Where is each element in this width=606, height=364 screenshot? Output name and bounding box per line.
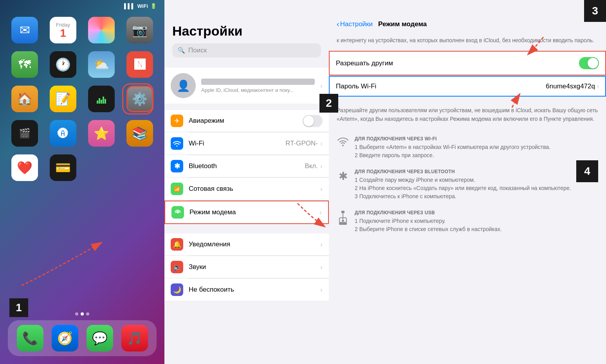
back-label: Настройки <box>340 20 373 28</box>
cellular-row[interactable]: 📶 Сотовая связь › <box>164 178 329 200</box>
hotspot-label: Режим модема <box>189 208 319 216</box>
usb-connection-info: ДЛЯ ПОДКЛЮЧЕНИЯ ЧЕРЕЗ USB 1 Подключите i… <box>355 210 502 233</box>
back-button[interactable]: ‹ Настройки <box>337 20 373 29</box>
profile-cell[interactable]: 👤 Apple ID, iCloud, медиаконтент и поку.… <box>164 68 329 104</box>
health-icon: ❤️ <box>11 154 38 181</box>
wifi-password-chevron: › <box>597 82 599 90</box>
bluetooth-connection-section: ✱ ДЛЯ ПОДКЛЮЧЕНИЯ ЧЕРЕЗ BLUETOOTH 1 Созд… <box>329 164 606 205</box>
profile-avatar: 👤 <box>171 73 196 98</box>
camera-icon: 📷 <box>126 17 153 43</box>
app-mail[interactable]: ✉ <box>9 17 40 43</box>
profile-name <box>201 79 315 85</box>
dock-safari[interactable]: 🧭 <box>52 325 78 351</box>
dock-music[interactable]: 🎵 <box>121 325 148 351</box>
donotdisturb-icon: 🌙 <box>171 283 183 296</box>
donotdisturb-label: Не беспокоить <box>189 286 320 294</box>
app-wallet[interactable]: 💳 <box>48 154 78 181</box>
page-dot-2 <box>81 312 84 316</box>
bluetooth-connect-step-1: 1 Создайте пару между iPhone и компьютер… <box>355 176 571 184</box>
app-books[interactable]: 📚 <box>124 120 155 147</box>
status-icons: ▌▌▌ WiFi 🔋 <box>124 3 157 9</box>
settings-main-icon: ⚙️ <box>126 86 153 112</box>
search-bar[interactable]: 🔍 Поиск <box>172 43 321 57</box>
app-news[interactable]: 🅽 <box>124 51 155 78</box>
wifi-password-row[interactable]: Пароль Wi-Fi 6nume4sxg472q › <box>329 76 606 97</box>
hotspot-explanation: Разрешайте другим пользователям или устр… <box>329 103 606 131</box>
books-icon: 📚 <box>126 120 153 147</box>
step-badge-2: 2 <box>319 94 338 113</box>
bluetooth-connect-step-3: 3 Подключитесь к iPhone с компьютера. <box>355 192 571 201</box>
sounds-row[interactable]: 🔈 Звуки › <box>164 256 329 278</box>
bluetooth-connection-info: ДЛЯ ПОДКЛЮЧЕНИЯ ЧЕРЕЗ BLUETOOTH 1 Создай… <box>355 169 571 201</box>
wifi-icon <box>171 137 183 150</box>
app-camera[interactable]: 📷 <box>124 17 155 43</box>
dock-messages[interactable]: 💬 <box>87 325 113 351</box>
wifi-label: Wi-Fi <box>189 140 285 147</box>
wifi-connection-info: ДЛЯ ПОДКЛЮЧЕНИЯ ЧЕРЕЗ WI-FI 1 Выберите «… <box>355 136 550 160</box>
films-icon: 🎬 <box>11 120 38 147</box>
hotspot-header: ‹ Настройки Режим модема <box>329 0 606 32</box>
page-dots <box>8 312 157 316</box>
sounds-chevron: › <box>320 263 323 271</box>
hotspot-row[interactable]: Режим модема › <box>164 201 329 224</box>
app-films[interactable]: 🎬 <box>9 120 40 147</box>
wifi-chevron: › <box>320 140 323 148</box>
app-settings-main[interactable]: ⚙️ <box>124 86 155 112</box>
bluetooth-row[interactable]: ✱ Bluetooth Вкл. › <box>164 155 329 178</box>
app-health[interactable]: ❤️ <box>9 154 40 181</box>
notifications-chevron: › <box>320 240 323 249</box>
svg-rect-9 <box>339 222 347 225</box>
app-home[interactable]: 🏠 <box>9 86 40 112</box>
airplane-row[interactable]: ✈ Авиарежим <box>164 110 329 132</box>
wifi-value: RT-GPON- <box>285 140 318 147</box>
settings-panel: Настройки 🔍 Поиск 👤 Apple ID, iCloud, ме… <box>164 0 329 364</box>
status-bar: ▌▌▌ WiFi 🔋 <box>0 0 164 11</box>
usb-connect-step-2: 2 Выберите iPhone в списке сетевых служб… <box>355 225 502 233</box>
app-stocks[interactable] <box>86 86 117 112</box>
mail-icon: ✉ <box>11 17 38 43</box>
allow-others-toggle[interactable] <box>579 57 599 69</box>
calendar-icon: Friday 1 <box>50 17 76 43</box>
donotdisturb-chevron: › <box>320 286 323 294</box>
app-maps[interactable]: 🗺 <box>9 51 40 78</box>
settings-list: 👤 Apple ID, iCloud, медиаконтент и поку.… <box>164 61 329 364</box>
usb-connect-title: ДЛЯ ПОДКЛЮЧЕНИЯ ЧЕРЕЗ USB <box>355 210 502 215</box>
app-appstore[interactable]: 🅐 <box>48 120 78 147</box>
signal-icon: ▌▌▌ <box>124 3 135 9</box>
airplane-toggle[interactable] <box>303 115 323 127</box>
settings-header: Настройки 🔍 Поиск <box>164 0 329 61</box>
app-weather[interactable]: ⛅ <box>86 51 117 78</box>
hotspot-description-top: к интернету на устройствах, на которых в… <box>329 32 606 51</box>
page-dot-3 <box>86 312 89 316</box>
bluetooth-connect-title: ДЛЯ ПОДКЛЮЧЕНИЯ ЧЕРЕЗ BLUETOOTH <box>355 169 571 174</box>
wifi-connect-title: ДЛЯ ПОДКЛЮЧЕНИЯ ЧЕРЕЗ WI-FI <box>355 136 550 142</box>
app-calendar[interactable]: Friday 1 <box>48 17 78 43</box>
home-icon: 🏠 <box>11 86 38 112</box>
app-itunes[interactable]: ⭐ <box>86 120 117 147</box>
bluetooth-chevron: › <box>320 162 323 170</box>
svg-rect-5 <box>341 211 344 213</box>
allow-others-row[interactable]: Разрешать другим <box>329 51 606 75</box>
svg-rect-8 <box>342 220 344 222</box>
dock-phone[interactable]: 📞 <box>17 325 43 351</box>
app-notes[interactable]: 📝 <box>48 86 78 112</box>
photos-icon <box>88 17 115 43</box>
donotdisturb-row[interactable]: 🌙 Не беспокоить › <box>164 279 329 301</box>
sounds-icon: 🔈 <box>171 261 183 273</box>
wifi-row[interactable]: Wi-Fi RT-GPON- › <box>164 133 329 155</box>
maps-icon: 🗺 <box>11 51 38 78</box>
step-badge-1: 1 <box>9 298 28 317</box>
notifications-row[interactable]: 🔔 Уведомления › <box>164 233 329 256</box>
app-clock[interactable]: 🕐 <box>48 51 78 78</box>
hotspot-content: к интернету на устройствах, на которых в… <box>329 32 606 364</box>
settings-title: Настройки <box>172 23 321 39</box>
sounds-label: Звуки <box>189 263 320 271</box>
bluetooth-connect-icon: ✱ <box>337 170 349 183</box>
weather-icon: ⛅ <box>88 51 115 78</box>
wallet-icon: 💳 <box>50 154 76 181</box>
page-dot-1 <box>75 312 78 316</box>
app-photos[interactable] <box>86 17 117 43</box>
search-placeholder: Поиск <box>188 47 207 54</box>
dock: 📞 🧭 💬 🎵 <box>8 312 157 356</box>
usb-connect-icon <box>337 211 349 228</box>
